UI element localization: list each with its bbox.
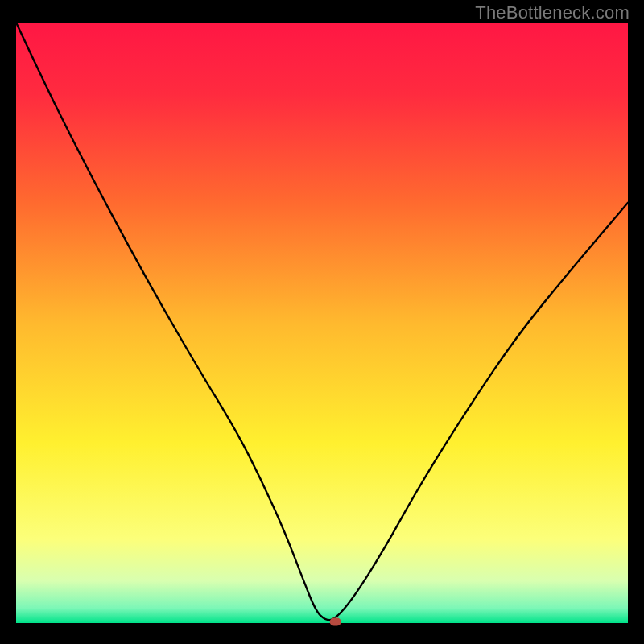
watermark: TheBottleneck.com	[475, 2, 630, 23]
plot-background	[16, 23, 628, 623]
chart-frame: { "watermark": "TheBottleneck.com", "cha…	[0, 0, 644, 644]
optimal-marker	[330, 618, 341, 626]
bottleneck-chart	[0, 0, 644, 644]
